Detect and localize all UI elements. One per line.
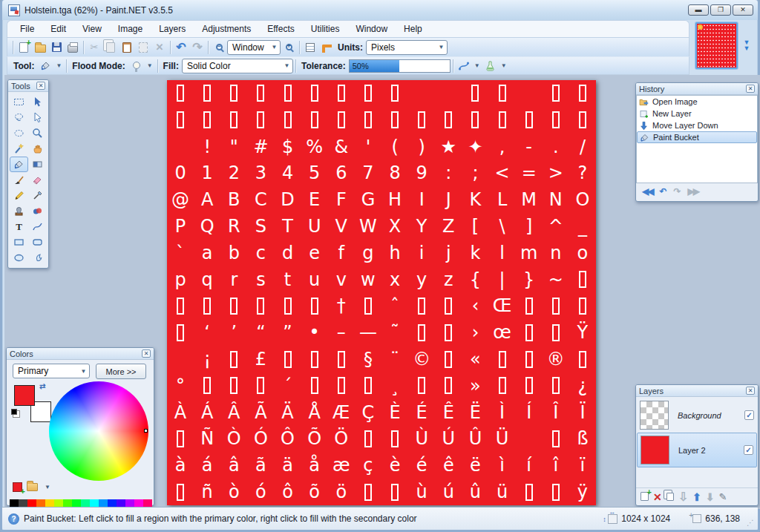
ellipse-tool[interactable] (10, 250, 28, 266)
print-icon[interactable] (65, 40, 81, 55)
fill-dropdown[interactable]: Solid Color ▼ (182, 59, 293, 73)
redo-icon[interactable]: ↷ (674, 186, 681, 197)
resize-grip[interactable]: ⋰ (747, 519, 755, 527)
magic-wand-tool[interactable] (10, 141, 28, 157)
open-icon[interactable] (32, 40, 48, 55)
text-tool[interactable]: T (10, 219, 28, 234)
units-dropdown[interactable]: Pixels ▼ (366, 40, 448, 55)
clone-stamp-tool[interactable] (10, 203, 28, 219)
delete-layer-icon[interactable]: ✕ (653, 491, 662, 503)
menu-file[interactable]: File (12, 22, 42, 36)
flood-mode-icon[interactable] (128, 59, 145, 73)
undo-icon[interactable]: ↶ (659, 186, 666, 197)
close-button[interactable]: ✕ (733, 4, 753, 16)
move-layer-up-icon[interactable]: ⬆ (692, 491, 701, 503)
ruler-icon[interactable] (318, 40, 335, 55)
chevron-down-icon[interactable]: ▼ (474, 62, 480, 69)
menu-layers[interactable]: Layers (151, 22, 194, 36)
gradient-tool[interactable] (28, 157, 47, 172)
add-color-icon[interactable] (13, 482, 22, 492)
image-list-chevron-icon[interactable]: ▼▼ (741, 39, 752, 51)
move-selected-pixels-tool[interactable] (28, 94, 47, 110)
merge-down-icon[interactable]: ⇩ (678, 490, 688, 504)
copy-icon[interactable] (102, 40, 119, 55)
rectangle-tool[interactable] (10, 234, 28, 250)
undo-icon[interactable]: ↶ (173, 40, 189, 55)
rectangle-select-tool[interactable] (10, 94, 28, 110)
close-icon[interactable]: ✕ (36, 82, 45, 90)
pencil-tool[interactable] (10, 188, 28, 203)
more-button[interactable]: More >> (96, 364, 146, 379)
zoom-mode-dropdown[interactable]: Window ▼ (227, 40, 281, 55)
layer-row[interactable]: Background✓ (637, 398, 757, 433)
menu-view[interactable]: View (74, 22, 110, 36)
active-tool-icon[interactable] (37, 59, 53, 73)
chevron-down-icon[interactable]: ▼ (56, 62, 62, 69)
hue-marker[interactable] (144, 429, 148, 433)
zoom-tool[interactable] (28, 125, 47, 141)
chevron-down-icon[interactable]: ▼ (501, 62, 507, 69)
freeform-shape-tool[interactable] (28, 250, 47, 266)
history-item[interactable]: New Layer (637, 108, 757, 119)
new-icon[interactable] (16, 40, 32, 55)
layer-visibility-checkbox[interactable]: ✓ (744, 445, 753, 455)
rewind-icon[interactable]: ◀◀ (642, 186, 652, 197)
grid-icon[interactable] (302, 40, 318, 55)
history-item[interactable]: Move Layer Down (637, 119, 757, 131)
layer-visibility-checkbox[interactable]: ✓ (744, 410, 754, 420)
paintbrush-tool[interactable] (10, 172, 28, 188)
paste-icon[interactable] (119, 40, 135, 55)
canvas-glyph-cell: 4 (275, 160, 301, 186)
line-curve-tool[interactable] (28, 219, 47, 234)
color-mode-dropdown[interactable]: Primary ▼ (13, 364, 90, 378)
deselect-icon[interactable]: ✕ (151, 40, 168, 55)
save-icon[interactable] (48, 40, 65, 55)
pan-tool[interactable] (28, 141, 47, 157)
color-picker-tool[interactable] (28, 188, 47, 203)
move-selection-tool[interactable] (28, 110, 47, 125)
blend-mode-icon[interactable] (482, 59, 499, 73)
palette-menu-icon[interactable] (27, 483, 38, 491)
layer-properties-icon[interactable]: ✎ (719, 491, 727, 502)
paint-bucket-tool[interactable] (10, 157, 28, 172)
cut-icon[interactable]: ✂ (86, 40, 102, 55)
menu-edit[interactable]: Edit (42, 22, 74, 36)
redo-icon[interactable]: ↷ (189, 40, 206, 55)
menu-help[interactable]: Help (396, 22, 430, 36)
chevron-down-icon[interactable]: ▼ (45, 484, 50, 490)
color-wheel[interactable] (49, 381, 148, 481)
menu-effects[interactable]: Effects (259, 22, 302, 36)
zoom-out-icon[interactable]: − (211, 40, 227, 55)
menu-window[interactable]: Window (347, 22, 396, 36)
fast-forward-icon[interactable]: ▶▶ (688, 186, 698, 197)
history-item[interactable]: Open Image (637, 96, 757, 108)
duplicate-layer-icon[interactable] (666, 490, 674, 504)
tolerance-slider[interactable]: 50% (349, 59, 451, 73)
maximize-button[interactable]: ❐ (710, 4, 731, 16)
minimize-button[interactable]: ▬ (688, 4, 709, 16)
eraser-tool[interactable] (28, 172, 47, 188)
close-icon[interactable]: ✕ (746, 387, 755, 395)
open-image-thumbnail[interactable] (695, 22, 738, 69)
antialiasing-icon[interactable] (456, 59, 472, 73)
menu-adjustments[interactable]: Adjustments (194, 22, 259, 36)
zoom-in-icon[interactable]: + (281, 40, 297, 55)
recolor-tool[interactable] (28, 203, 47, 219)
chevron-down-icon[interactable]: ▼ (147, 62, 153, 69)
primary-color-swatch[interactable] (14, 385, 35, 406)
menu-image[interactable]: Image (110, 22, 151, 36)
close-icon[interactable]: ✕ (746, 85, 755, 93)
swap-colors-icon[interactable]: ⇄ (39, 382, 45, 390)
add-layer-icon[interactable] (641, 490, 649, 504)
lasso-select-tool[interactable] (10, 110, 28, 125)
reset-colors-icon[interactable] (11, 409, 17, 415)
canvas[interactable]: !"#$%&'()★✦,-./0123456789:;<=>?@ABCDEFGH… (167, 80, 596, 505)
history-item[interactable]: Paint Bucket (637, 131, 757, 143)
close-icon[interactable]: ✕ (142, 349, 151, 358)
move-layer-down-icon[interactable]: ⬇ (706, 491, 715, 503)
rounded-rectangle-tool[interactable] (28, 234, 47, 250)
crop-icon[interactable] (135, 40, 151, 55)
ellipse-select-tool[interactable] (10, 125, 28, 141)
layer-row[interactable]: Layer 2✓ (637, 433, 757, 467)
menu-utilities[interactable]: Utilities (303, 22, 348, 36)
